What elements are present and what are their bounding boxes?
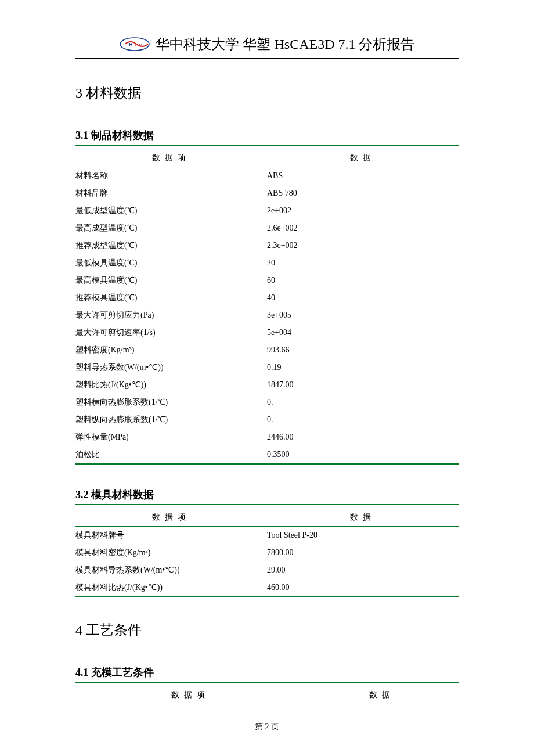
- table-row: 塑料导热系数(W/(m•℃)) 0.19: [75, 359, 459, 376]
- table-row: 最高成型温度(℃) 2.6e+002: [75, 219, 459, 237]
- row-label: 塑料导热系数(W/(m•℃)): [75, 359, 267, 376]
- row-label: 模具材料牌号: [75, 527, 267, 545]
- row-label: 最高模具温度(℃): [75, 272, 267, 289]
- row-value: 0.: [267, 394, 459, 411]
- row-value: 2.3e+002: [267, 237, 459, 254]
- row-value: 29.00: [267, 561, 459, 579]
- table-row: 最大许可剪切应力(Pa) 3e+005: [75, 307, 459, 324]
- table-row: 塑料纵向热膨胀系数(1/℃) 0.: [75, 411, 459, 429]
- document-page: H CAE 华中科技大学 华塑 HsCAE3D 7.1 分析报告 3 材料数据 …: [0, 0, 534, 755]
- row-label: 弹性模量(MPa): [75, 429, 267, 446]
- row-value: ABS 780: [267, 185, 459, 202]
- svg-point-0: [120, 38, 149, 51]
- row-value: 5e+004: [267, 324, 459, 341]
- table-row: 塑料横向热膨胀系数(1/℃) 0.: [75, 394, 459, 411]
- row-value: 993.66: [267, 341, 459, 359]
- table-row: 最高模具温度(℃) 60: [75, 272, 459, 289]
- table-header-item: 数据项: [75, 509, 267, 527]
- row-value: 2446.00: [267, 429, 459, 446]
- row-value: 1847.00: [267, 376, 459, 394]
- table-row: 模具材料比热(J/(Kg•℃)) 460.00: [75, 579, 459, 597]
- table-row: 模具材料牌号 Tool Steel P-20: [75, 527, 459, 545]
- table-header-value: 数据: [305, 686, 459, 704]
- logo-icon: H CAE: [119, 36, 151, 52]
- subsection-3-2-title: 3.2 模具材料数据: [75, 488, 459, 505]
- table-header-value: 数据: [267, 149, 459, 167]
- row-value: 60: [267, 272, 459, 289]
- table-row: 最大许可剪切速率(1/s) 5e+004: [75, 324, 459, 341]
- svg-text:CAE: CAE: [135, 43, 144, 47]
- row-value: 0.3500: [267, 446, 459, 464]
- svg-text:H: H: [129, 42, 133, 48]
- table-body: 材料名称 ABS 材料品牌 ABS 780 最低成型温度(℃) 2e+002 最…: [75, 167, 459, 465]
- row-value: 3e+005: [267, 307, 459, 324]
- header-title: 华中科技大学 华塑 HsCAE3D 7.1 分析报告: [156, 35, 414, 53]
- row-label: 材料名称: [75, 167, 267, 185]
- table-row: 材料名称 ABS: [75, 167, 459, 185]
- table-row: 模具材料导热系数(W/(m•℃)) 29.00: [75, 561, 459, 579]
- table-row: 模具材料密度(Kg/m³) 7800.00: [75, 544, 459, 561]
- row-label: 塑料密度(Kg/m³): [75, 341, 267, 359]
- row-label: 材料品牌: [75, 185, 267, 202]
- row-value: 0.19: [267, 359, 459, 376]
- row-label: 最高成型温度(℃): [75, 219, 267, 237]
- table-row: 泊松比 0.3500: [75, 446, 459, 464]
- row-value: 2.6e+002: [267, 219, 459, 237]
- table-row: 材料品牌 ABS 780: [75, 185, 459, 202]
- row-label: 泊松比: [75, 446, 267, 464]
- row-value: 2e+002: [267, 202, 459, 219]
- section-3-title: 3 材料数据: [75, 84, 459, 102]
- header-divider: [75, 58, 459, 60]
- row-value: 0.: [267, 411, 459, 429]
- table-row: 最低成型温度(℃) 2e+002: [75, 202, 459, 219]
- product-material-table: 数据项 数据 材料名称 ABS 材料品牌 ABS 780 最低成型温度(℃) 2…: [75, 149, 459, 465]
- page-header: H CAE 华中科技大学 华塑 HsCAE3D 7.1 分析报告: [75, 35, 459, 53]
- row-label: 最大许可剪切速率(1/s): [75, 324, 267, 341]
- table-body: 模具材料牌号 Tool Steel P-20 模具材料密度(Kg/m³) 780…: [75, 527, 459, 597]
- table-row: 推荐模具温度(℃) 40: [75, 289, 459, 307]
- row-label: 模具材料比热(J/(Kg•℃)): [75, 579, 267, 597]
- row-label: 推荐模具温度(℃): [75, 289, 267, 307]
- table-header-value: 数据: [267, 509, 459, 527]
- table-row: 塑料比热(J/(Kg•℃)) 1847.00: [75, 376, 459, 394]
- row-label: 塑料横向热膨胀系数(1/℃): [75, 394, 267, 411]
- row-value: ABS: [267, 167, 459, 185]
- row-label: 最大许可剪切应力(Pa): [75, 307, 267, 324]
- table-row: 塑料密度(Kg/m³) 993.66: [75, 341, 459, 359]
- row-label: 最低模具温度(℃): [75, 254, 267, 272]
- row-value: Tool Steel P-20: [267, 527, 459, 545]
- table-row: 最低模具温度(℃) 20: [75, 254, 459, 272]
- row-label: 塑料纵向热膨胀系数(1/℃): [75, 411, 267, 429]
- row-value: 40: [267, 289, 459, 307]
- table-header-item: 数据项: [75, 686, 305, 704]
- table-header-item: 数据项: [75, 149, 267, 167]
- page-footer: 第 2 页: [75, 722, 459, 732]
- row-label: 模具材料导热系数(W/(m•℃)): [75, 561, 267, 579]
- row-label: 模具材料密度(Kg/m³): [75, 544, 267, 561]
- table-row: 弹性模量(MPa) 2446.00: [75, 429, 459, 446]
- row-value: 20: [267, 254, 459, 272]
- row-label: 推荐成型温度(℃): [75, 237, 267, 254]
- row-label: 最低成型温度(℃): [75, 202, 267, 219]
- mold-material-table: 数据项 数据 模具材料牌号 Tool Steel P-20 模具材料密度(Kg/…: [75, 509, 459, 597]
- page-number: 第 2 页: [255, 722, 279, 731]
- section-4-title: 4 工艺条件: [75, 621, 459, 639]
- subsection-3-1-title: 3.1 制品材料数据: [75, 128, 459, 146]
- subsection-4-1-title: 4.1 充模工艺条件: [75, 665, 459, 683]
- filling-process-table: 数据项 数据: [75, 686, 459, 704]
- row-label: 塑料比热(J/(Kg•℃)): [75, 376, 267, 394]
- row-value: 7800.00: [267, 544, 459, 561]
- table-row: 推荐成型温度(℃) 2.3e+002: [75, 237, 459, 254]
- row-value: 460.00: [267, 579, 459, 597]
